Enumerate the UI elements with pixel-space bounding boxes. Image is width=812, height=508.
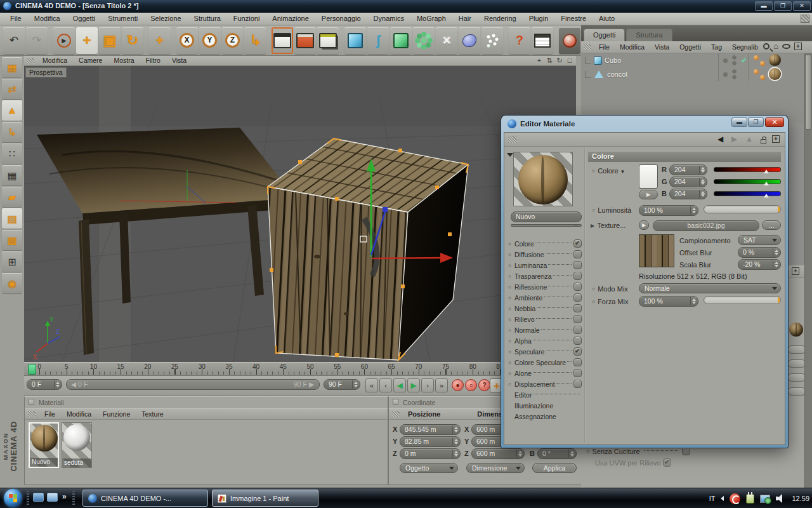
restore-button[interactable]: ❐ [774, 1, 792, 11]
show-desktop-icon[interactable] [33, 493, 44, 502]
g-slider-marker[interactable] [764, 182, 769, 185]
texture-file-button[interactable]: basic032.jpg [653, 220, 759, 231]
edges-mode-button[interactable]: ▦ [2, 165, 22, 185]
channel-checkbox[interactable] [573, 272, 582, 280]
apply-button[interactable]: Applica [532, 463, 577, 473]
drag-grip-icon[interactable] [27, 58, 34, 64]
lock-z-button[interactable]: Z [222, 27, 244, 54]
channel-luminanza[interactable]: ○Luminanza [508, 260, 582, 271]
add-symmetry-button[interactable]: × [436, 27, 457, 54]
materials-menu-funzione[interactable]: Funzione [97, 408, 136, 420]
object-axis-mode-button[interactable]: ↳ [2, 122, 22, 142]
tray-expand-icon[interactable] [721, 496, 724, 501]
editor-visibility-toggle[interactable] [723, 72, 728, 77]
om-menu-segnalib[interactable]: Segnalib [727, 41, 763, 53]
add-deformer-button[interactable] [459, 27, 480, 54]
channel-checkbox[interactable] [573, 326, 582, 334]
online-updater-button[interactable] [559, 27, 580, 54]
texture-browse-button[interactable]: ... [762, 220, 781, 230]
texture-expand-button[interactable]: ▶ [639, 220, 649, 230]
pos-z-field[interactable]: 0 m [400, 448, 461, 459]
vp-toggle-icon[interactable]: □ [565, 56, 575, 65]
add-cube-button[interactable] [344, 27, 366, 54]
sampling-dropdown[interactable]: SAT [738, 235, 781, 245]
mix-strength-field[interactable]: 100 % [639, 296, 698, 307]
color-expand-button[interactable]: ▶ [639, 190, 658, 199]
view-label[interactable]: Prospettiva [25, 67, 67, 77]
current-frame-marker[interactable] [28, 364, 36, 375]
end-frame-field[interactable]: 90 F [324, 379, 360, 390]
color-swatch[interactable] [639, 164, 658, 189]
lock-icon[interactable] [761, 139, 766, 144]
channel-colore-speculare[interactable]: ○Colore Speculare [508, 357, 582, 368]
lock-x-button[interactable]: X [176, 27, 198, 54]
material-item-seduta[interactable]: seduta [62, 422, 92, 468]
render-visibility-toggle[interactable] [732, 69, 737, 79]
hidden-field[interactable] [788, 359, 806, 368]
vp-pan-icon[interactable]: + [534, 56, 544, 65]
menu-aiuto[interactable]: Aiuto [593, 13, 621, 25]
preview-options-icon[interactable] [507, 153, 513, 160]
uv-mode-button[interactable]: ⊞ [2, 251, 22, 272]
tab-oggetti[interactable]: Oggetti [584, 29, 625, 41]
goto-start-button[interactable]: « [365, 378, 378, 392]
object-library-button[interactable]: ◉ [2, 273, 22, 293]
live-selection-button[interactable]: ► [53, 27, 75, 54]
material-preview-thumb[interactable] [789, 323, 803, 337]
coord-system-button[interactable]: ↳ [244, 27, 266, 54]
layout-grip-icon[interactable] [801, 15, 809, 23]
axis-move-button[interactable]: + [149, 27, 171, 54]
om-menu-tag[interactable]: Tag [706, 41, 727, 53]
om-menu-modifica[interactable]: Modifica [615, 41, 650, 53]
menu-finestre[interactable]: Finestre [554, 13, 593, 25]
object-row-cubo[interactable]: Cubo✔ [581, 53, 804, 67]
menu-animazione[interactable]: Animazione [266, 13, 315, 25]
channel-diffusione[interactable]: ○Diffusione [508, 249, 582, 260]
phong-tag-icon[interactable] [754, 69, 759, 74]
add-array-button[interactable] [413, 27, 435, 54]
forward-icon[interactable]: ▶ [731, 135, 737, 144]
up-icon[interactable]: ▲ [745, 135, 753, 144]
material-preview[interactable] [513, 152, 573, 206]
material-name-field[interactable]: Nuovo [511, 211, 582, 222]
channel-ambiente[interactable]: ○Ambiente [508, 292, 582, 303]
size-mode-dropdown[interactable]: Dimensione [466, 463, 525, 473]
play-backward-button[interactable]: ◀ [393, 378, 406, 392]
texture-tag-icon[interactable] [769, 54, 781, 66]
goto-end-button[interactable]: » [435, 378, 448, 392]
undo-button[interactable]: ↶ [3, 27, 25, 54]
channel-checkbox[interactable] [573, 369, 582, 377]
channel-checkbox[interactable] [573, 293, 582, 302]
scene-browser-button[interactable] [532, 27, 553, 54]
make-editable-button[interactable]: ⇄ [2, 79, 22, 99]
add-spline-button[interactable]: ʃ [367, 27, 389, 54]
texture-tag-icon[interactable] [769, 68, 781, 80]
g-slider[interactable] [714, 179, 781, 184]
r-slider-marker[interactable] [764, 170, 769, 173]
viewport-menu-filtro[interactable]: Filtro [140, 56, 166, 65]
channel-checkbox[interactable] [573, 250, 582, 258]
channel-checkbox[interactable] [573, 304, 582, 312]
channel-checkbox[interactable] [573, 283, 582, 291]
channel-checkbox[interactable] [573, 337, 582, 345]
menu-dynamics[interactable]: Dynamics [367, 13, 410, 25]
clock[interactable]: 12.59 [792, 495, 809, 502]
prev-frame-button[interactable]: ‹ [379, 378, 392, 392]
lock-y-button[interactable]: Y [199, 27, 221, 54]
editor-visibility-toggle[interactable] [723, 58, 728, 63]
menu-file[interactable]: File [4, 13, 28, 25]
next-frame-button[interactable]: › [421, 378, 434, 392]
channel-assegnazione[interactable]: Assegnazione [508, 411, 582, 422]
scrollbar-thumb[interactable] [805, 55, 811, 130]
g-field[interactable]: 204 [669, 177, 707, 187]
search-icon[interactable] [763, 43, 769, 50]
move-button[interactable]: + [76, 27, 98, 54]
start-button[interactable] [4, 489, 22, 507]
vp-zoom-icon[interactable]: ⇅ [544, 56, 554, 65]
redo-button[interactable]: ↷ [26, 27, 48, 54]
rot-b-field[interactable]: 0 ° [537, 448, 577, 459]
menu-modifica[interactable]: Modifica [28, 13, 67, 25]
menu-funzioni[interactable]: Funzioni [227, 13, 266, 25]
material-item-nuovo[interactable]: Nuovo [29, 422, 59, 468]
menu-mograph[interactable]: MoGraph [410, 13, 452, 25]
